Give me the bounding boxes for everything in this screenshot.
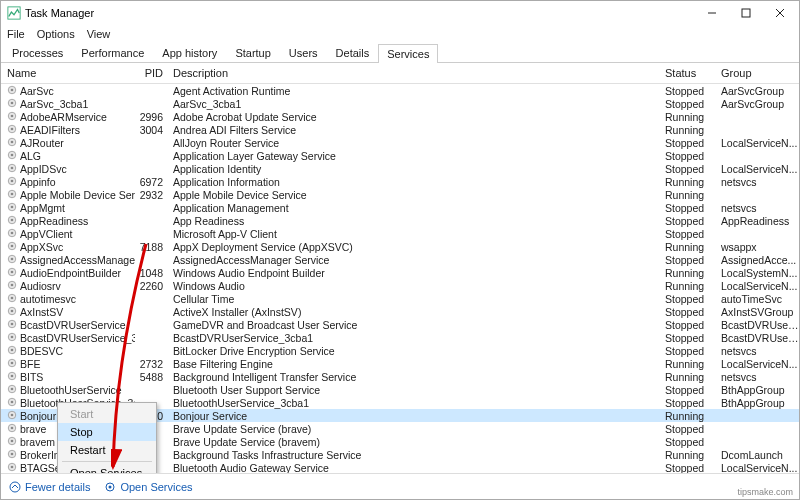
service-row[interactable]: autotimesvcCellular TimeStoppedautoTimeS… [1,292,799,305]
service-row[interactable]: AppXSvc7188AppX Deployment Service (AppX… [1,240,799,253]
context-restart[interactable]: Restart [58,441,156,459]
service-row[interactable]: BITS5488Background Intelligent Transfer … [1,370,799,383]
col-group[interactable]: Group [721,67,799,79]
service-name: Audiosrv [20,280,61,292]
service-desc: BitLocker Drive Encryption Service [169,345,665,357]
titlebar: Task Manager [1,1,799,25]
open-services-link[interactable]: Open Services [104,481,192,493]
service-desc: Agent Activation Runtime [169,85,665,97]
tab-users[interactable]: Users [280,43,327,62]
gear-icon [7,163,17,175]
svg-point-18 [11,166,14,169]
service-pid: 2260 [135,280,169,292]
service-row[interactable]: Audiosrv2260Windows AudioRunningLocalSer… [1,279,799,292]
gear-icon [7,345,17,357]
col-status[interactable]: Status [665,67,721,79]
service-row[interactable]: BFE2732Base Filtering EngineRunningLocal… [1,357,799,370]
service-row[interactable]: Appinfo6972Application InformationRunnin… [1,175,799,188]
menu-file[interactable]: File [7,28,25,40]
service-name: BluetoothUserService [20,384,122,396]
tab-startup[interactable]: Startup [226,43,279,62]
service-status: Running [665,280,721,292]
svg-point-42 [11,322,14,325]
service-pid: 2996 [135,111,169,123]
col-pid[interactable]: PID [135,67,169,79]
service-row[interactable]: AppIDSvcApplication IdentityStoppedLocal… [1,162,799,175]
svg-point-28 [11,231,14,234]
service-name: AdobeARMservice [20,111,107,123]
service-group: DcomLaunch [721,449,799,461]
service-name: AudioEndpointBuilder [20,267,121,279]
service-group: netsvcs [721,371,799,383]
service-row[interactable]: AEADIFilters3004Andrea ADI Filters Servi… [1,123,799,136]
service-row[interactable]: BluetoothUserServiceBluetooth User Suppo… [1,383,799,396]
menubar: File Options View [1,25,799,43]
col-desc[interactable]: Description [169,67,665,79]
service-desc: Microsoft App-V Client [169,228,665,240]
fewer-details-link[interactable]: Fewer details [9,481,90,493]
close-button[interactable] [763,2,797,24]
context-menu: StartStopRestartOpen ServicesSearch onli… [57,402,157,473]
tab-processes[interactable]: Processes [3,43,72,62]
service-row[interactable]: BcastDVRUserService_3cba1BcastDVRUserSer… [1,331,799,344]
gear-icon [7,293,17,305]
gear-icon [7,423,17,435]
col-name[interactable]: Name [7,67,135,79]
service-row[interactable]: AdobeARMservice2996Adobe Acrobat Update … [1,110,799,123]
service-row[interactable]: AudioEndpointBuilder1048Windows Audio En… [1,266,799,279]
service-name: BITS [20,371,43,383]
menu-options[interactable]: Options [37,28,75,40]
svg-point-50 [11,374,14,377]
service-desc: Cellular Time [169,293,665,305]
service-group: LocalServiceN... [721,358,799,370]
maximize-button[interactable] [729,2,763,24]
service-row[interactable]: AppVClientMicrosoft App-V ClientStopped [1,227,799,240]
tab-details[interactable]: Details [327,43,379,62]
svg-point-10 [11,114,14,117]
service-row[interactable]: ALGApplication Layer Gateway ServiceStop… [1,149,799,162]
service-desc: Background Tasks Infrastructure Service [169,449,665,461]
tab-app-history[interactable]: App history [153,43,226,62]
gear-icon [7,358,17,370]
service-desc: AppX Deployment Service (AppXSVC) [169,241,665,253]
service-group: BcastDVRUser... [721,332,799,344]
service-row[interactable]: BcastDVRUserServiceGameDVR and Broadcast… [1,318,799,331]
services-body: AarSvcAgent Activation RuntimeStoppedAar… [1,84,799,473]
gear-icon [7,241,17,253]
gear-icon [7,371,17,383]
service-name: AppIDSvc [20,163,67,175]
service-row[interactable]: AxInstSVActiveX Installer (AxInstSV)Stop… [1,305,799,318]
service-row[interactable]: BDESVCBitLocker Drive Encryption Service… [1,344,799,357]
context-stop[interactable]: Stop [58,423,156,441]
service-name: BcastDVRUserService [20,319,126,331]
service-row[interactable]: AarSvcAgent Activation RuntimeStoppedAar… [1,84,799,97]
service-row[interactable]: AssignedAccessManagerSvcAssignedAccessMa… [1,253,799,266]
service-name: bravem [20,436,55,448]
service-desc: Application Information [169,176,665,188]
service-status: Stopped [665,85,721,97]
service-row[interactable]: AppReadinessApp ReadinessStoppedAppReadi… [1,214,799,227]
service-row[interactable]: Apple Mobile Device Service2932Apple Mob… [1,188,799,201]
tab-performance[interactable]: Performance [72,43,153,62]
tab-services[interactable]: Services [378,44,438,63]
service-desc: Windows Audio [169,280,665,292]
service-name: AssignedAccessManagerSvc [20,254,135,266]
service-status: Stopped [665,137,721,149]
svg-point-38 [11,296,14,299]
service-pid: 1048 [135,267,169,279]
context-open-services[interactable]: Open Services [58,464,156,473]
service-row[interactable]: AarSvc_3cba1AarSvc_3cba1StoppedAarSvcGro… [1,97,799,110]
service-row[interactable]: AppMgmtApplication ManagementStoppednets… [1,201,799,214]
service-desc: App Readiness [169,215,665,227]
menu-view[interactable]: View [87,28,111,40]
minimize-button[interactable] [695,2,729,24]
service-desc: GameDVR and Broadcast User Service [169,319,665,331]
service-name: AppVClient [20,228,73,240]
service-status: Stopped [665,163,721,175]
service-desc: Application Layer Gateway Service [169,150,665,162]
service-group: LocalServiceN... [721,462,799,474]
service-status: Running [665,358,721,370]
service-row[interactable]: AJRouterAllJoyn Router ServiceStoppedLoc… [1,136,799,149]
gear-icon [7,228,17,240]
service-status: Stopped [665,202,721,214]
